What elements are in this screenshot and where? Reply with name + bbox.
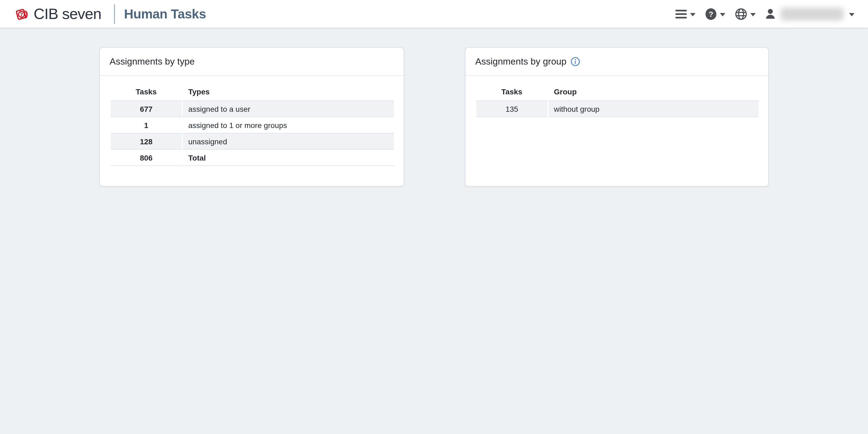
brand-logo-icon: 7 bbox=[14, 6, 29, 22]
table-row: 677 assigned to a user bbox=[111, 101, 394, 117]
globe-icon bbox=[735, 8, 747, 20]
table-row: 128 unassigned bbox=[111, 133, 394, 150]
column-header-tasks: Tasks bbox=[111, 83, 182, 101]
count-cell: 135 bbox=[476, 101, 547, 117]
label-cell: assigned to a user bbox=[183, 101, 394, 117]
app-title: Human Tasks bbox=[124, 6, 206, 22]
table-header-row: Tasks Group bbox=[476, 83, 758, 101]
column-header-types: Types bbox=[183, 83, 394, 101]
count-cell: 677 bbox=[111, 101, 182, 117]
count-cell: 806 bbox=[111, 150, 182, 166]
header-divider bbox=[114, 4, 115, 24]
column-header-tasks: Tasks bbox=[476, 83, 547, 101]
card-assignments-by-type: Assignments by type Tasks Types 677 assi… bbox=[99, 47, 404, 187]
label-cell: without group bbox=[549, 101, 758, 117]
svg-text:?: ? bbox=[709, 10, 713, 18]
hamburger-menu-icon bbox=[675, 9, 687, 19]
caret-down-icon bbox=[690, 13, 695, 16]
card-assignments-by-group: Assignments by group Tasks Group bbox=[465, 47, 769, 187]
brand[interactable]: 7 CIB seven bbox=[14, 5, 101, 23]
caret-down-icon bbox=[849, 13, 855, 16]
label-cell: Total bbox=[183, 150, 394, 166]
card-title: Assignments by type bbox=[110, 56, 195, 67]
table-header-row: Tasks Types bbox=[111, 83, 394, 101]
page-header: 7 CIB seven Human Tasks bbox=[0, 0, 868, 28]
label-cell: assigned to 1 or more groups bbox=[183, 117, 394, 133]
caret-down-icon bbox=[750, 13, 756, 16]
header-actions: ? bbox=[671, 4, 859, 24]
card-title: Assignments by group bbox=[475, 56, 566, 67]
table-row-total: 806 Total bbox=[111, 150, 394, 166]
card-body: Tasks Group 135 without group bbox=[465, 76, 768, 117]
info-icon[interactable] bbox=[571, 57, 580, 66]
user-icon bbox=[766, 9, 775, 19]
count-cell: 128 bbox=[111, 133, 182, 150]
card-body: Tasks Types 677 assigned to a user 1 ass… bbox=[100, 76, 404, 166]
user-menu-button[interactable] bbox=[761, 4, 859, 24]
page: 7 CIB seven Human Tasks bbox=[0, 0, 868, 434]
label-cell: unassigned bbox=[183, 133, 394, 150]
svg-text:7: 7 bbox=[20, 11, 23, 18]
help-icon: ? bbox=[705, 8, 717, 20]
assignments-by-type-table: Tasks Types 677 assigned to a user 1 ass… bbox=[110, 83, 395, 166]
language-button[interactable] bbox=[730, 5, 761, 23]
help-button[interactable]: ? bbox=[701, 5, 730, 23]
table-row: 1 assigned to 1 or more groups bbox=[111, 117, 394, 133]
menu-button[interactable] bbox=[671, 6, 701, 22]
brand-name: CIB seven bbox=[34, 5, 101, 23]
assignments-by-group-table: Tasks Group 135 without group bbox=[475, 83, 760, 117]
count-cell: 1 bbox=[111, 117, 182, 133]
caret-down-icon bbox=[720, 13, 725, 16]
table-row: 135 without group bbox=[476, 101, 758, 117]
card-header: Assignments by type bbox=[100, 48, 404, 76]
column-header-group: Group bbox=[549, 83, 758, 101]
card-header: Assignments by group bbox=[465, 48, 768, 76]
user-name-redacted bbox=[781, 7, 844, 20]
